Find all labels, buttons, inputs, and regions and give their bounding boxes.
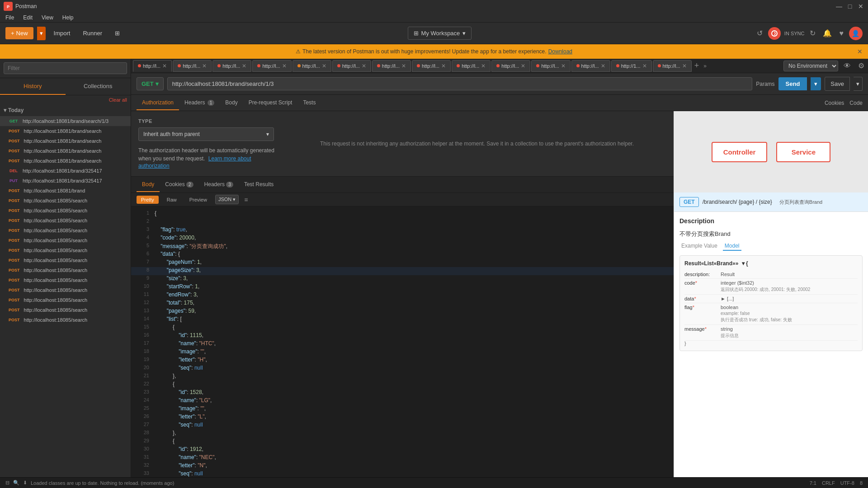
service-button[interactable]: Service bbox=[776, 142, 830, 162]
json-format-selector[interactable]: JSON ▾ bbox=[215, 195, 239, 204]
tab-authorization[interactable]: Authorization bbox=[137, 96, 179, 110]
save-button[interactable]: Save bbox=[825, 77, 850, 91]
minimize-button[interactable]: — bbox=[835, 3, 843, 10]
req-tab-8[interactable]: http://l... ✕ bbox=[452, 60, 491, 72]
search-input[interactable] bbox=[4, 62, 127, 74]
sidebar-item-0[interactable]: GET http://localhost:18081/brand/search/… bbox=[0, 116, 131, 126]
tab-tests[interactable]: Tests bbox=[297, 96, 321, 110]
tab-close-10[interactable]: ✕ bbox=[561, 63, 566, 69]
sidebar-item-16[interactable]: POST http://localhost:18085/search bbox=[0, 275, 131, 285]
tab-close-5[interactable]: ✕ bbox=[362, 63, 366, 69]
sidebar-item-9[interactable]: POST http://localhost:18085/search bbox=[0, 206, 131, 216]
preview-button[interactable]: Preview bbox=[185, 196, 212, 204]
sidebar-item-11[interactable]: POST http://localhost:18085/search bbox=[0, 225, 131, 235]
tab-model[interactable]: Model bbox=[723, 242, 741, 251]
send-button[interactable]: Send bbox=[778, 77, 807, 90]
more-tabs-button[interactable]: » bbox=[703, 63, 707, 69]
sidebar-item-1[interactable]: POST http://localhost:18081/brand/search bbox=[0, 126, 131, 136]
req-tab-7[interactable]: http://l... ✕ bbox=[412, 60, 451, 72]
layout-button[interactable]: ⊞ bbox=[110, 27, 124, 39]
send-dropdown-button[interactable]: ▾ bbox=[811, 77, 821, 90]
tab-close-8[interactable]: ✕ bbox=[481, 63, 486, 69]
tab-close-3[interactable]: ✕ bbox=[282, 63, 287, 69]
workspace-button[interactable]: ⊞ My Workspace ▾ bbox=[408, 27, 472, 40]
req-tab-9[interactable]: http://l... ✕ bbox=[491, 60, 530, 72]
sidebar-item-4[interactable]: POST http://localhost:18081/brand/search bbox=[0, 156, 131, 166]
avatar[interactable]: 👤 bbox=[849, 27, 863, 40]
format-icon[interactable]: ≡ bbox=[244, 196, 248, 203]
req-tab-0[interactable]: http://l... ✕ bbox=[133, 60, 172, 72]
download-link[interactable]: Download bbox=[548, 48, 572, 55]
resp-tab-cookies[interactable]: Cookies 2 bbox=[160, 178, 198, 192]
menu-help[interactable]: Help bbox=[61, 14, 75, 21]
layout-icon[interactable]: ⊟ bbox=[5, 480, 9, 486]
menu-file[interactable]: File bbox=[4, 14, 16, 21]
clear-history-button[interactable]: Clear all bbox=[0, 95, 131, 104]
close-button[interactable]: ✕ bbox=[857, 3, 864, 10]
tab-close-0[interactable]: ✕ bbox=[162, 63, 167, 69]
sidebar-item-13[interactable]: POST http://localhost:18085/search bbox=[0, 245, 131, 255]
tab-close-2[interactable]: ✕ bbox=[242, 63, 246, 69]
tab-close-13[interactable]: ✕ bbox=[682, 63, 687, 69]
environment-selector[interactable]: No Environment bbox=[783, 61, 838, 71]
download-status-icon[interactable]: ⬇ bbox=[23, 480, 27, 486]
auth-type-select[interactable]: Inherit auth from parent ▾ bbox=[138, 127, 274, 141]
req-tab-13[interactable]: http://l... ✕ bbox=[653, 60, 692, 72]
sidebar-item-17[interactable]: POST http://localhost:18085/search bbox=[0, 285, 131, 295]
cookies-link[interactable]: Cookies bbox=[825, 100, 844, 106]
sidebar-item-3[interactable]: POST http://localhost:18081/brand/search bbox=[0, 146, 131, 156]
sidebar-item-8[interactable]: POST http://localhost:18085/search bbox=[0, 196, 131, 206]
search-status-icon[interactable]: 🔍 bbox=[13, 480, 19, 486]
history-icon[interactable]: ↺ bbox=[755, 27, 764, 39]
sidebar-item-6[interactable]: PUT http://localhost:18081/brand/325417 bbox=[0, 176, 131, 186]
sidebar-item-19[interactable]: POST http://localhost:18085/search bbox=[0, 305, 131, 315]
env-settings-button[interactable]: ⚙ bbox=[856, 60, 866, 72]
req-tab-4[interactable]: http://l... ✕ bbox=[292, 60, 331, 72]
req-tab-2[interactable]: http://l... ✕ bbox=[212, 60, 251, 72]
tab-headers[interactable]: Headers 1 bbox=[179, 96, 220, 110]
maximize-button[interactable]: □ bbox=[846, 3, 854, 10]
env-eye-button[interactable]: 👁 bbox=[842, 60, 853, 72]
tab-close-12[interactable]: ✕ bbox=[642, 63, 647, 69]
tab-close-11[interactable]: ✕ bbox=[601, 63, 605, 69]
notification-close-button[interactable]: ✕ bbox=[857, 48, 863, 55]
req-tab-12[interactable]: http://1... ✕ bbox=[611, 60, 652, 72]
raw-button[interactable]: Raw bbox=[162, 196, 181, 204]
sidebar-item-5[interactable]: DEL http://localhost:18081/brand/325417 bbox=[0, 166, 131, 176]
model-expand-icon[interactable]: ▾ bbox=[742, 260, 745, 267]
tab-close-9[interactable]: ✕ bbox=[521, 63, 525, 69]
sidebar-item-2[interactable]: POST http://localhost:18081/brand/search bbox=[0, 136, 131, 146]
resp-tab-body[interactable]: Body bbox=[137, 178, 160, 192]
add-tab-button[interactable]: + bbox=[693, 61, 701, 70]
menu-view[interactable]: View bbox=[40, 14, 55, 21]
tab-body[interactable]: Body bbox=[220, 96, 243, 110]
req-tab-3[interactable]: http://l... ✕ bbox=[252, 60, 291, 72]
menu-edit[interactable]: Edit bbox=[21, 14, 34, 21]
params-button[interactable]: Params bbox=[756, 81, 774, 87]
req-tab-6[interactable]: http://l... ✕ bbox=[372, 60, 411, 72]
url-input[interactable] bbox=[167, 77, 752, 90]
titlebar-controls[interactable]: — □ ✕ bbox=[835, 3, 864, 10]
sidebar-item-7[interactable]: POST http://localhost:18081/brand bbox=[0, 186, 131, 196]
heart-icon[interactable]: ♥ bbox=[837, 28, 845, 39]
controller-button[interactable]: Controller bbox=[712, 142, 768, 162]
tab-close-4[interactable]: ✕ bbox=[322, 63, 326, 69]
new-button[interactable]: + New bbox=[5, 27, 33, 39]
req-tab-1[interactable]: http://l... ✕ bbox=[173, 60, 212, 72]
pretty-button[interactable]: Pretty bbox=[137, 196, 159, 204]
import-button[interactable]: Import bbox=[49, 27, 75, 39]
resp-tab-headers[interactable]: Headers 3 bbox=[199, 178, 239, 192]
req-tab-11[interactable]: http://l... ✕ bbox=[571, 60, 610, 72]
sidebar-item-20[interactable]: POST http://localhost:18085/search bbox=[0, 315, 131, 325]
tab-collections[interactable]: Collections bbox=[66, 78, 131, 95]
code-link[interactable]: Code bbox=[849, 100, 863, 106]
sidebar-item-18[interactable]: POST http://localhost:18085/search bbox=[0, 295, 131, 305]
sidebar-item-12[interactable]: POST http://localhost:18085/search bbox=[0, 235, 131, 245]
sidebar-item-14[interactable]: POST http://localhost:18085/search bbox=[0, 255, 131, 265]
sidebar-item-15[interactable]: POST http://localhost:18085/search bbox=[0, 265, 131, 275]
notifications-icon[interactable]: 🔔 bbox=[821, 27, 834, 39]
tab-close-7[interactable]: ✕ bbox=[441, 63, 446, 69]
resp-tab-test-results[interactable]: Test Results bbox=[239, 178, 279, 192]
tab-history[interactable]: History bbox=[0, 78, 66, 95]
save-dropdown-button[interactable]: ▾ bbox=[854, 77, 863, 91]
